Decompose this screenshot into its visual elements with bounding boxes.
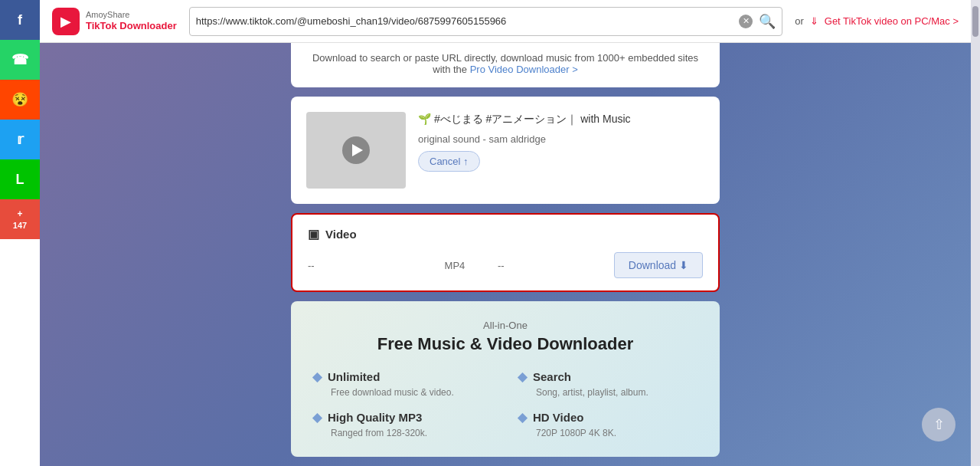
url-display: https://www.tiktok.com/@umeboshi_chan19/…: [196, 15, 733, 27]
section-label: Video: [325, 228, 357, 241]
header: ▶ AmoyShare TikTok Downloader https://ww…: [40, 0, 971, 43]
tiktok-icon: ▶: [60, 13, 71, 30]
plus-icon: +: [17, 208, 22, 219]
promo-mp3-desc: Ranged from 128-320k.: [312, 428, 493, 438]
reddit-icon: 😵: [11, 91, 28, 108]
diamond-icon-4: ◆: [518, 410, 527, 425]
more-count: 147: [13, 221, 27, 230]
app-logo-icon: ▶: [52, 8, 80, 35]
download-button[interactable]: Download ⬇: [614, 252, 703, 278]
logo-text: AmoyShare TikTok Downloader: [86, 10, 177, 32]
video-section-icon: ▣: [308, 227, 319, 241]
search-bar: https://www.tiktok.com/@umeboshi_chan19/…: [189, 7, 783, 36]
play-icon: [342, 136, 370, 164]
promo-item-search: ◆ Search Song, artist, playlist, album.: [518, 369, 698, 398]
promo-unlimited-label: Unlimited: [328, 370, 380, 383]
arrow-up-icon: ⇧: [933, 416, 945, 433]
facebook-icon: f: [18, 12, 22, 28]
video-title: 🌱 #べじまる #アニメーション｜ with Music: [418, 112, 704, 127]
promo-unlimited-desc: Free download music & video.: [312, 387, 493, 398]
promo-item-search-header: ◆ Search: [518, 369, 698, 384]
app-name: AmoyShare: [86, 10, 177, 20]
promo-search-label: Search: [533, 370, 571, 383]
scrollbar-thumb[interactable]: [972, 6, 978, 37]
header-right: or ⇓ Get TikTok video on PC/Mac >: [795, 15, 959, 27]
video-thumbnail: [306, 112, 406, 189]
or-text: or: [795, 15, 804, 27]
line-icon: L: [16, 172, 24, 188]
get-pc-link[interactable]: Get TikTok video on PC/Mac >: [825, 15, 959, 27]
search-button[interactable]: 🔍: [759, 13, 776, 30]
social-facebook[interactable]: f: [0, 0, 40, 40]
promo-title: Free Music & Video Downloader: [312, 334, 698, 354]
promo-item-hdvideo-header: ◆ HD Video: [518, 410, 698, 425]
search-icon: 🔍: [759, 14, 776, 29]
promo-hdvideo-desc: 720P 1080P 4K 8K.: [518, 428, 698, 438]
diamond-icon-1: ◆: [312, 369, 322, 384]
diamond-icon-2: ◆: [518, 369, 527, 384]
promo-grid: ◆ Unlimited Free download music & video.…: [312, 369, 698, 438]
download-format: MP4: [424, 260, 485, 271]
scroll-to-top-button[interactable]: ⇧: [922, 408, 956, 441]
download-row: -- MP4 -- Download ⬇: [308, 252, 703, 278]
banner-partial: Download to search or paste URL directly…: [291, 43, 720, 87]
download-panel: ▣ Video -- MP4 -- Download ⬇: [291, 213, 720, 292]
whatsapp-icon: ☎: [11, 51, 28, 68]
video-info: 🌱 #べじまる #アニメーション｜ with Music original so…: [418, 112, 704, 172]
app-product: TikTok Downloader: [86, 20, 177, 32]
promo-mp3-label: High Quality MP3: [328, 411, 422, 424]
pro-downloader-link[interactable]: Pro Video Downloader >: [470, 64, 578, 75]
panel-header: ▣ Video: [308, 227, 703, 241]
logo-area: ▶ AmoyShare TikTok Downloader: [52, 8, 177, 35]
social-twitter[interactable]: 𝕣: [0, 120, 40, 159]
promo-hdvideo-label: HD Video: [533, 411, 583, 424]
promo-item-hdvideo: ◆ HD Video 720P 1080P 4K 8K.: [518, 410, 698, 438]
download-icon: ⇓: [810, 15, 818, 27]
social-sidebar: f ☎ 😵 𝕣 L + 147: [0, 0, 40, 466]
main-area: ▶ AmoyShare TikTok Downloader https://ww…: [40, 0, 971, 466]
content-area: Download to search or paste URL directly…: [40, 43, 971, 466]
social-more[interactable]: + 147: [0, 199, 40, 239]
diamond-icon-3: ◆: [312, 410, 322, 425]
promo-item-unlimited-header: ◆ Unlimited: [312, 369, 493, 384]
scrollbar-area: [971, 0, 980, 466]
download-col3: --: [498, 260, 602, 271]
play-triangle-icon: [352, 144, 363, 156]
promo-subtitle: All-in-One: [312, 320, 698, 331]
promo-item-mp3: ◆ High Quality MP3 Ranged from 128-320k.: [312, 410, 493, 438]
download-col1: --: [308, 260, 412, 271]
download-btn-label: Download ⬇: [629, 259, 688, 271]
social-line[interactable]: L: [0, 159, 40, 199]
twitter-icon: 𝕣: [17, 131, 24, 148]
promo-item-mp3-header: ◆ High Quality MP3: [312, 410, 493, 425]
video-card: 🌱 #べじまる #アニメーション｜ with Music original so…: [291, 97, 720, 204]
cancel-button[interactable]: Cancel ↑: [418, 151, 480, 172]
promo-item-unlimited: ◆ Unlimited Free download music & video.: [312, 369, 493, 398]
video-subtitle: original sound - sam aldridge: [418, 133, 704, 145]
social-whatsapp[interactable]: ☎: [0, 40, 40, 80]
promo-section: All-in-One Free Music & Video Downloader…: [291, 301, 720, 457]
social-reddit[interactable]: 😵: [0, 80, 40, 120]
promo-search-desc: Song, artist, playlist, album.: [518, 387, 698, 398]
clear-url-button[interactable]: ✕: [739, 15, 753, 28]
